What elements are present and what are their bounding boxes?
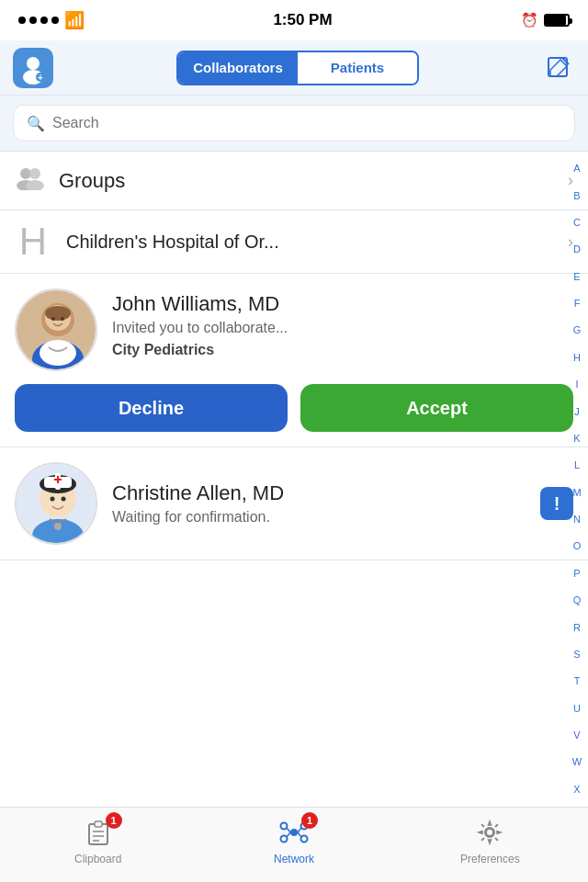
preferences-label: Preferences [460,853,520,865]
alpha-I[interactable]: I [575,379,578,390]
groups-icon [15,164,46,197]
hospital-h-icon: H [19,222,47,261]
alpha-E[interactable]: E [573,272,580,282]
alpha-T[interactable]: T [574,676,581,686]
hospital-name: Children's Hospital of Or... [66,232,568,253]
network-label: Network [274,853,314,865]
search-icon: 🔍 [27,115,45,132]
hospital-row[interactable]: H Children's Hospital of Or... › [0,210,588,274]
john-williams-info: John Williams, MD Invited you to collabo… [15,288,573,371]
john-williams-org: City Pediatrics [112,342,573,358]
svg-rect-26 [54,479,62,481]
svg-rect-31 [95,821,102,827]
tab-clipboard[interactable]: 1 Clipboard [0,808,196,882]
alpha-B[interactable]: B [573,191,580,201]
alpha-M[interactable]: M [572,488,581,498]
alpha-Q[interactable]: Q [573,595,582,605]
svg-point-29 [54,523,62,530]
john-williams-subtitle: Invited you to collaborate... [112,320,573,336]
network-badge: 1 [301,812,318,829]
gear-icon [476,819,503,846]
alpha-U[interactable]: U [573,704,581,714]
svg-point-14 [40,340,76,366]
john-williams-name: John Williams, MD [112,292,573,316]
alpha-H[interactable]: H [573,353,581,363]
john-williams-actions: Decline Accept [15,384,573,432]
preferences-icon-wrap [473,816,506,849]
alpha-O[interactable]: O [573,541,582,551]
search-input[interactable] [52,115,561,131]
groups-label: Groups [59,169,568,193]
christine-allen-avatar [15,462,97,545]
alpha-J[interactable]: J [574,407,580,417]
status-right: ⏰ [521,12,570,28]
svg-point-8 [29,168,40,179]
alpha-W[interactable]: W [572,757,582,767]
tab-collaborators[interactable]: Collaborators [178,52,298,84]
main-content: Groups › H Children's Hospital of Or... … [0,152,588,807]
svg-point-35 [290,829,298,836]
svg-line-42 [287,832,290,837]
clipboard-badge: 1 [106,812,122,829]
tab-bar: 1 Clipboard 1 Network [0,807,588,882]
alphabet-index[interactable]: A B C D E F G H I J K L M N O P Q R S T … [566,152,588,807]
alpha-F[interactable]: F [574,299,581,309]
segmented-control[interactable]: Collaborators Patients [176,51,419,85]
clipboard-label: Clipboard [74,853,121,865]
tab-preferences[interactable]: Preferences [392,808,588,882]
christine-allen-name: Christine Allen, MD [112,481,526,505]
compose-button[interactable] [542,51,575,85]
alpha-P[interactable]: P [573,569,580,579]
hospital-logo: H [15,223,51,260]
accept-button[interactable]: Accept [300,384,573,432]
wifi-icon: 📶 [64,10,85,30]
tab-patients[interactable]: Patients [298,52,417,84]
header: + Collaborators Patients [0,40,588,96]
john-williams-details: John Williams, MD Invited you to collabo… [112,288,573,358]
app-logo: + [13,48,53,88]
alpha-G[interactable]: G [573,325,582,335]
search-container: 🔍 [0,96,588,152]
alpha-V[interactable]: V [573,730,580,741]
network-icon-wrap: 1 [277,816,311,849]
svg-point-27 [51,497,55,502]
alpha-K[interactable]: K [573,434,580,444]
clipboard-icon-wrap: 1 [82,816,115,849]
signal-area: 📶 [18,10,85,30]
alpha-D[interactable]: D [573,244,581,254]
status-bar: 📶 1:50 PM ⏰ [0,0,588,40]
christine-allen-subtitle: Waiting for confirmation. [112,509,526,526]
svg-point-17 [51,317,55,321]
groups-row[interactable]: Groups › [0,152,588,210]
alpha-A[interactable]: A [573,164,580,174]
tab-network[interactable]: 1 Network [196,808,391,882]
christine-allen-details: Christine Allen, MD Waiting for confirma… [112,481,526,526]
christine-allen-card: Christine Allen, MD Waiting for confirma… [0,447,588,560]
alpha-X[interactable]: X [573,785,580,795]
search-bar[interactable]: 🔍 [13,105,575,141]
decline-button[interactable]: Decline [15,384,288,432]
svg-line-43 [298,832,301,837]
alarm-icon: ⏰ [521,12,538,28]
svg-point-28 [62,497,66,502]
svg-point-1 [27,57,40,70]
alpha-C[interactable]: C [573,218,581,228]
svg-point-16 [45,306,71,321]
alpha-N[interactable]: N [573,514,581,525]
svg-text:+: + [38,73,43,83]
status-time: 1:50 PM [273,11,332,29]
signal-dots [18,17,59,24]
alpha-L[interactable]: L [574,460,580,470]
battery-icon [544,14,570,27]
svg-point-18 [61,317,64,321]
alpha-S[interactable]: S [573,650,580,660]
john-williams-avatar [15,288,97,371]
svg-line-40 [287,828,290,832]
svg-line-41 [298,828,301,832]
alpha-R[interactable]: R [573,623,581,633]
john-williams-card: John Williams, MD Invited you to collabo… [0,274,588,447]
svg-point-45 [486,829,493,836]
